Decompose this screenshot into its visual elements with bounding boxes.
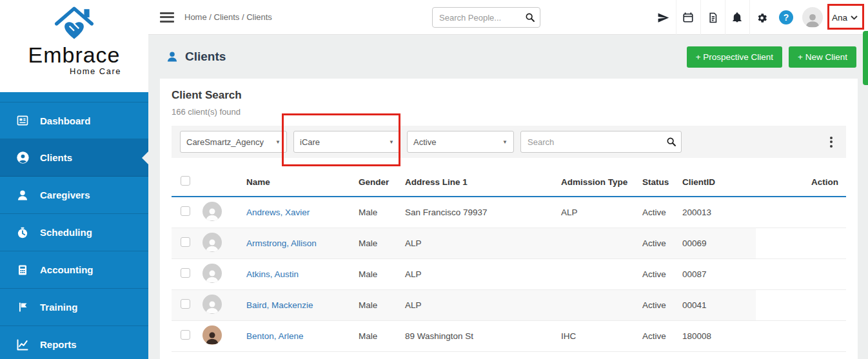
column-header-gender: Gender (356, 171, 402, 197)
client-name-link[interactable]: Benton, Arlene (246, 331, 304, 341)
chevron-down-icon (389, 139, 394, 145)
page-header: Clients + Prospective Client + New Clien… (148, 35, 868, 79)
topbar-actions: Ana (651, 0, 865, 35)
client-avatar (202, 233, 222, 252)
side-tab[interactable] (863, 31, 868, 85)
sidebar-item-label: Scheduling (40, 227, 92, 238)
user-menu[interactable]: Ana (827, 5, 865, 30)
client-avatar (202, 202, 222, 221)
column-header-clientid: ClientID (680, 171, 756, 197)
row-checkbox[interactable] (181, 206, 190, 216)
sidebar-item-label: Accounting (40, 264, 94, 275)
client-id: 00041 (680, 289, 756, 320)
sidebar-item-caregivers[interactable]: Caregivers (0, 177, 148, 214)
table-row: Andrews, Xavier Male San Francisco 79937… (172, 197, 846, 228)
client-status: Active (640, 258, 680, 289)
client-id: 00087 (680, 258, 756, 289)
column-header-status: Status (640, 171, 680, 197)
client-name-link[interactable]: Andrews, Xavier (246, 208, 310, 217)
sidebar-item-scheduling[interactable]: Scheduling (0, 214, 148, 251)
sidebar-item-training[interactable]: Training (0, 289, 148, 326)
logo-tagline: Home Care (70, 66, 121, 76)
send-icon[interactable] (651, 0, 676, 35)
column-header-avatar (200, 171, 241, 197)
client-admission-type: IHC (558, 320, 640, 351)
table-row: Armstrong, Allison Male ALP Active 00069 (172, 228, 846, 258)
breadcrumb-item[interactable]: Clients (246, 12, 272, 22)
table-search-input[interactable] (521, 137, 662, 147)
agency-select[interactable]: CareSmartz_Agency (180, 131, 287, 153)
sidebar-item-label: Dashboard (40, 115, 90, 126)
chevron-down-icon (502, 139, 508, 145)
agency-select-value: CareSmartz_Agency (186, 137, 264, 147)
client-name-link[interactable]: Atkins, Austin (246, 269, 299, 279)
breadcrumb: Home / Clients / Clients (184, 12, 272, 22)
client-action-cell (756, 289, 846, 320)
column-header-admission-type: Admission Type (558, 171, 640, 197)
logo-text: Embrace (28, 44, 120, 66)
chevron-down-icon (851, 15, 858, 20)
client-action-cell (756, 258, 846, 289)
logo[interactable]: Embrace Home Care (0, 0, 148, 92)
breadcrumb-item[interactable]: Home (184, 12, 207, 22)
new-client-button[interactable]: + New Client (789, 46, 856, 68)
breadcrumb-separator: / (207, 12, 214, 22)
client-search-title: Client Search (172, 89, 846, 102)
select-all-checkbox[interactable] (181, 176, 190, 186)
payer-select-value: iCare (300, 137, 320, 147)
status-select-value: Active (413, 137, 436, 147)
people-search-button[interactable] (520, 8, 540, 27)
client-gender: Male (356, 289, 402, 320)
client-search-panel: Client Search 166 client(s) found CareSm… (160, 79, 858, 359)
notifications-bell-icon[interactable] (725, 0, 749, 35)
prospective-client-button[interactable]: + Prospective Client (687, 46, 782, 68)
more-options-kebab-icon[interactable] (825, 132, 838, 151)
table-header-row: Name Gender Address Line 1 Admission Typ… (172, 171, 846, 197)
sidebar-item-clients[interactable]: Clients (0, 139, 148, 177)
sidebar-menu: Dashboard Clients Caregivers (0, 92, 148, 359)
row-checkbox[interactable] (181, 299, 190, 309)
dashboard-icon (15, 114, 30, 127)
user-avatar[interactable] (802, 7, 823, 28)
filter-toolbar: CareSmartz_Agency iCare Active (172, 126, 846, 158)
sidebar-item-dashboard[interactable]: Dashboard (0, 102, 148, 139)
client-status: Active (640, 197, 680, 228)
client-name-link[interactable]: Baird, Mackenzie (246, 300, 313, 310)
client-admission-type (558, 258, 640, 289)
client-gender: Male (356, 197, 402, 228)
settings-gear-icon[interactable] (749, 0, 774, 35)
client-status: Active (640, 289, 680, 320)
row-checkbox[interactable] (181, 268, 190, 278)
client-address: ALP (402, 289, 558, 320)
user-name: Ana (832, 13, 847, 23)
client-action-cell (756, 320, 846, 351)
sidebar-item-accounting[interactable]: Accounting (0, 251, 148, 289)
client-name-link[interactable]: Armstrong, Allison (246, 238, 317, 248)
row-checkbox[interactable] (181, 237, 190, 247)
documents-icon[interactable] (700, 0, 725, 35)
client-gender: Male (356, 258, 402, 289)
logo-house-heart-icon (48, 4, 100, 43)
client-admission-type: ALP (558, 197, 640, 228)
help-icon[interactable] (774, 0, 798, 35)
clients-table: Name Gender Address Line 1 Admission Typ… (172, 171, 846, 352)
client-avatar (202, 295, 222, 314)
hamburger-menu-icon[interactable] (160, 10, 174, 24)
client-admission-type (558, 289, 640, 320)
status-select[interactable]: Active (407, 131, 514, 153)
search-icon (525, 12, 535, 23)
reports-icon (15, 338, 30, 351)
training-icon (15, 301, 30, 313)
payer-select[interactable]: iCare (293, 131, 400, 153)
table-search-button[interactable] (662, 131, 681, 152)
row-checkbox[interactable] (181, 330, 190, 340)
breadcrumb-separator: / (239, 12, 246, 22)
clients-icon (15, 151, 30, 164)
client-gender: Male (356, 320, 402, 351)
breadcrumb-item[interactable]: Clients (214, 12, 240, 22)
calendar-icon[interactable] (676, 0, 700, 35)
clients-person-icon (166, 50, 179, 63)
people-search-input[interactable] (433, 13, 520, 23)
sidebar-item-reports[interactable]: Reports (0, 326, 148, 359)
client-id: 180008 (680, 320, 756, 351)
